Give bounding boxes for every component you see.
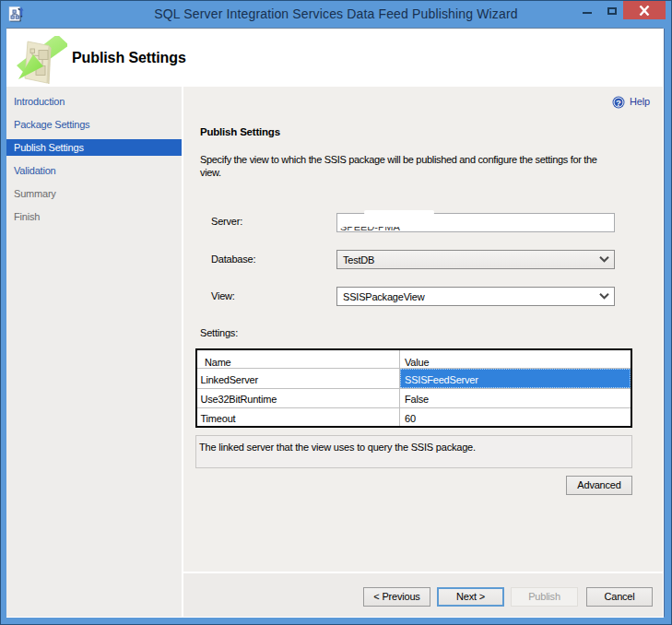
svg-text:?: ? — [616, 98, 621, 108]
